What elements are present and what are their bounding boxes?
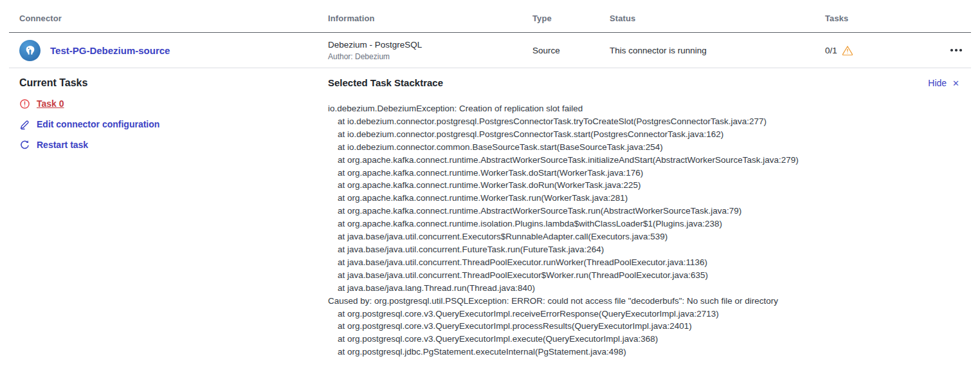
close-icon: ✕	[952, 79, 959, 88]
stacktrace-title: Selected Task Stacktrace	[328, 77, 443, 89]
current-tasks-panel: Current Tasks Task 0	[19, 77, 328, 358]
column-header-type: Type	[532, 14, 610, 23]
restart-task-link[interactable]: Restart task	[19, 138, 328, 151]
connector-status: This connector is running	[610, 46, 825, 55]
connector-name-link[interactable]: Test-PG-Debezium-source	[50, 45, 170, 56]
column-header-connector: Connector	[19, 14, 328, 23]
table-header-row: Connector Information Type Status Tasks	[0, 0, 980, 32]
connector-details-panel: Current Tasks Task 0	[0, 68, 980, 358]
restart-task-label: Restart task	[37, 140, 88, 150]
stacktrace-text: io.debezium.DebeziumException: Creation …	[328, 102, 959, 358]
column-header-information: Information	[328, 14, 532, 23]
row-actions-menu-button[interactable]	[949, 45, 963, 55]
restart-icon	[19, 140, 30, 151]
task-0-link[interactable]: Task 0	[19, 97, 328, 110]
edit-connector-configuration-link[interactable]: Edit connector configuration	[19, 118, 328, 131]
task-0-label: Task 0	[37, 98, 64, 109]
column-header-tasks: Tasks	[825, 14, 921, 23]
column-header-status: Status	[610, 14, 825, 23]
connector-info-author: Author: Debezium	[328, 52, 532, 61]
postgresql-elephant-icon	[19, 40, 41, 61]
table-row: Test-PG-Debezium-source Debezium - Postg…	[0, 33, 980, 68]
connectors-table: Connector Information Type Status Tasks …	[0, 0, 980, 68]
stacktrace-panel: Selected Task Stacktrace Hide ✕ io.debez…	[328, 77, 959, 358]
connector-type: Source	[532, 46, 610, 55]
hide-stacktrace-button[interactable]: Hide ✕	[928, 78, 959, 88]
current-tasks-title: Current Tasks	[19, 77, 328, 89]
warning-triangle-icon	[842, 45, 853, 55]
pencil-icon	[19, 119, 30, 130]
edit-connector-configuration-label: Edit connector configuration	[37, 119, 159, 129]
connector-info-title: Debezium - PostgreSQL	[328, 40, 532, 50]
hide-label: Hide	[928, 78, 947, 88]
alert-circle-icon	[19, 98, 30, 109]
tasks-ratio: 0/1	[825, 46, 837, 55]
